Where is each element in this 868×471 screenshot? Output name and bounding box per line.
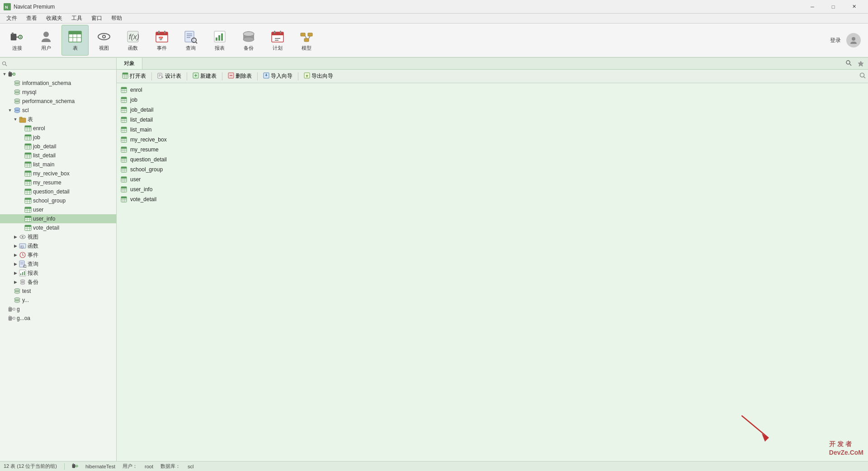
- tree-item-tables-folder[interactable]: ▼ 表: [0, 115, 116, 124]
- tree-item-school-group[interactable]: ▶ school_group: [0, 196, 116, 205]
- tbl-row-my-recive-box[interactable]: my_recive_box: [117, 135, 868, 145]
- maximize-button[interactable]: □: [823, 0, 844, 14]
- export-wizard-button[interactable]: 导出向导: [300, 71, 337, 81]
- schedule-icon: [270, 29, 285, 44]
- new-table-button[interactable]: 新建表: [189, 71, 220, 81]
- toolbar-schedule-button[interactable]: 计划: [264, 25, 291, 56]
- svg-point-57: [14, 84, 20, 86]
- svg-point-49: [3, 61, 6, 65]
- tree-item-queries-folder[interactable]: ▶ 查询: [0, 259, 116, 268]
- tbl-icon-my-resume: [120, 146, 127, 153]
- close-button[interactable]: ✕: [844, 0, 864, 14]
- tab-search-icon[interactable]: [842, 58, 855, 69]
- app-title: Navicat Premium: [14, 4, 802, 10]
- menu-tools[interactable]: 工具: [67, 14, 87, 23]
- tbl-row-question-detail[interactable]: question_detail: [117, 155, 868, 165]
- svg-rect-44: [308, 33, 312, 36]
- menu-help[interactable]: 帮助: [107, 14, 127, 23]
- tree-item-perf-schema[interactable]: ▶ performance_schema: [0, 97, 116, 106]
- tree-label-enrol: enrol: [33, 125, 45, 132]
- svg-rect-170: [123, 73, 128, 75]
- svg-text:f(x): f(x): [129, 33, 139, 41]
- tree-item-backups-folder[interactable]: ▶ 备份: [0, 278, 116, 287]
- toolbar-query-button[interactable]: 查询: [177, 25, 204, 56]
- svg-point-36: [243, 32, 254, 36]
- svg-rect-145: [22, 272, 23, 275]
- tbl-row-job[interactable]: job: [117, 95, 868, 105]
- tree-item-funcs-folder[interactable]: ▶ f() 函数: [0, 241, 116, 250]
- tree-arrow-views: ▶: [13, 234, 18, 240]
- action-sep-3: [222, 72, 222, 80]
- tree-item-vote-detail[interactable]: ▶ vote_detail: [0, 223, 116, 232]
- import-label: 导入向导: [271, 72, 292, 80]
- toolbar-event-button[interactable]: 📅 事件: [148, 25, 175, 56]
- tree-item-views-folder[interactable]: ▶ 视图: [0, 232, 116, 241]
- tree-item-job-detail[interactable]: ▶ job_detail: [0, 142, 116, 151]
- menu-window[interactable]: 窗口: [87, 14, 107, 23]
- tree-item-reports-folder[interactable]: ▶ 报表: [0, 268, 116, 278]
- tree-label-funcs: 函数: [28, 242, 38, 250]
- tbl-row-list-main[interactable]: list_main: [117, 125, 868, 135]
- toolbar-model-button[interactable]: 模型: [293, 25, 320, 56]
- tbl-row-list-detail[interactable]: list_detail: [117, 115, 868, 125]
- tree-item-list-detail[interactable]: ▶ list_detail: [0, 151, 116, 160]
- minimize-button[interactable]: ─: [802, 0, 823, 14]
- toolbar-connect-button[interactable]: 连接: [4, 25, 31, 56]
- tbl-row-vote-detail[interactable]: vote_detail: [117, 194, 868, 204]
- tbl-row-user-info[interactable]: user_info: [117, 184, 868, 194]
- tree-label-goa-conn: g...oa: [17, 315, 30, 321]
- tbl-row-my-resume[interactable]: my_resume: [117, 145, 868, 155]
- status-sep-1: [64, 463, 65, 470]
- tree-item-my-recive-box[interactable]: ▶ my_recive_box: [0, 169, 116, 178]
- tree-arrow-backups: ▶: [13, 279, 18, 285]
- table-icon-list-detail: [24, 152, 32, 159]
- tree-label-list-detail: list_detail: [33, 152, 56, 159]
- tree-item-scl[interactable]: ▼ scl: [0, 106, 116, 115]
- menu-file[interactable]: 文件: [2, 14, 22, 23]
- design-table-button[interactable]: 设计表: [154, 71, 185, 81]
- tab-object[interactable]: 对象: [117, 58, 142, 69]
- tree-item-list-main[interactable]: ▶ list_main: [0, 160, 116, 169]
- menu-favorites[interactable]: 收藏夹: [42, 14, 67, 23]
- toolbar-backup-button[interactable]: 备份: [235, 25, 262, 56]
- svg-point-54: [13, 73, 15, 75]
- tree-label-scl: scl: [22, 107, 29, 113]
- login-button[interactable]: 登录: [825, 35, 846, 46]
- toolbar: 连接 用户 表: [0, 24, 868, 58]
- search-icon[interactable]: [859, 72, 866, 79]
- open-table-button[interactable]: 打开表: [118, 71, 150, 81]
- svg-point-185: [860, 73, 864, 77]
- toolbar-func-button[interactable]: f(x) 函数: [119, 25, 146, 56]
- tbl-row-job-detail[interactable]: job_detail: [117, 105, 868, 115]
- tree-item-my-resume[interactable]: ▶ my_resume: [0, 178, 116, 187]
- tree-item-g-conn[interactable]: ▶ g: [0, 305, 116, 314]
- tree-item-user[interactable]: ▶ user: [0, 205, 116, 214]
- svg-point-158: [14, 298, 20, 300]
- tree-item-events-folder[interactable]: ▶ 事件: [0, 250, 116, 259]
- menu-view[interactable]: 查看: [22, 14, 42, 23]
- import-wizard-button[interactable]: 导入向导: [259, 71, 296, 81]
- backups-folder-icon: [19, 278, 26, 286]
- toolbar-report-button[interactable]: 报表: [206, 25, 233, 56]
- toolbar-table-button[interactable]: 表: [61, 25, 89, 56]
- tree-item-enrol[interactable]: ▶ enrol: [0, 124, 116, 133]
- reports-folder-icon: [19, 269, 26, 277]
- tree-item-job[interactable]: ▶ job: [0, 133, 116, 142]
- tree-item-test[interactable]: ▶ test: [0, 287, 116, 296]
- tree-item-connection[interactable]: ▼: [0, 70, 116, 79]
- tree-item-goa-conn[interactable]: ▶ g...oa: [0, 314, 116, 323]
- tbl-row-enrol[interactable]: enrol: [117, 85, 868, 95]
- tree-item-yue[interactable]: ▶ y...: [0, 296, 116, 305]
- toolbar-view-button[interactable]: 视图: [90, 25, 118, 56]
- tree-item-user-info[interactable]: ▶ user_info: [0, 214, 116, 223]
- model-label: 模型: [302, 45, 311, 52]
- tree-item-info-schema[interactable]: ▶ information_schema: [0, 79, 116, 88]
- tbl-row-school-group[interactable]: school_group: [117, 165, 868, 174]
- delete-table-button[interactable]: 删除表: [224, 71, 255, 81]
- tree-item-mysql[interactable]: ▶ mysql: [0, 88, 116, 97]
- pin-icon[interactable]: [855, 58, 866, 69]
- tree-item-question-detail[interactable]: ▶ question_detail: [0, 187, 116, 196]
- toolbar-user-button[interactable]: 用户: [33, 25, 60, 56]
- tbl-row-user[interactable]: user: [117, 174, 868, 184]
- schedule-label: 计划: [273, 45, 283, 52]
